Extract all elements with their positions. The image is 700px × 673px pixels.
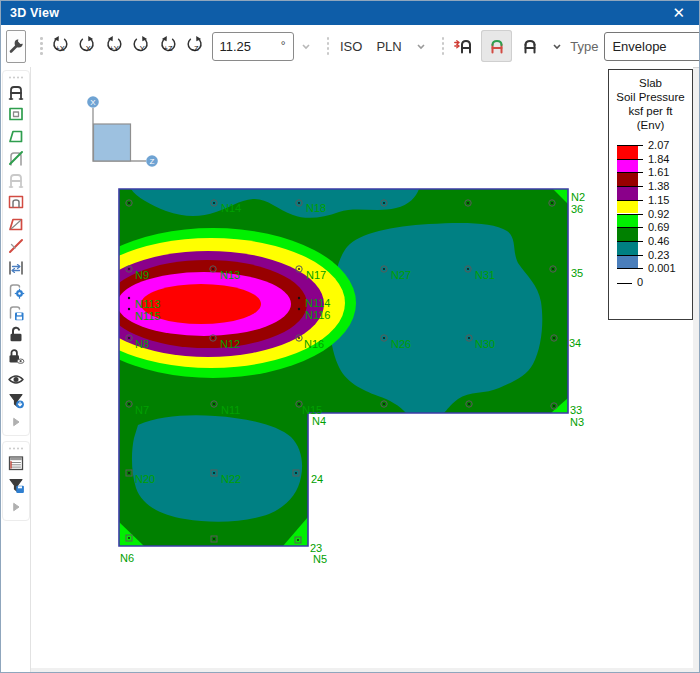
node-marker[interactable] bbox=[128, 297, 130, 299]
spreadsheet-icon[interactable] bbox=[5, 452, 27, 474]
node-label: N2 bbox=[571, 191, 585, 203]
angle-value: 11.25 bbox=[220, 39, 252, 54]
legend-value: 2.07 bbox=[648, 139, 669, 151]
node-marker[interactable] bbox=[298, 297, 300, 299]
node-label: N6 bbox=[120, 552, 134, 564]
axis-triad: X Z bbox=[87, 96, 158, 167]
expand-arrow-icon[interactable] bbox=[5, 496, 27, 518]
window-title: 3D View bbox=[10, 6, 59, 20]
degree-unit: ° bbox=[281, 39, 286, 53]
rotate-minus-z-button[interactable]: -Z bbox=[182, 31, 209, 61]
frame-plain-icon[interactable] bbox=[514, 30, 545, 62]
svg-text:-Y: -Y bbox=[137, 44, 145, 53]
expand-arrow-icon[interactable] bbox=[5, 411, 27, 433]
rotate-dropdown-button[interactable] bbox=[297, 35, 315, 57]
delete-diagonal-icon[interactable] bbox=[5, 235, 27, 257]
draw-wall-icon[interactable] bbox=[5, 125, 27, 147]
unlock-icon[interactable] bbox=[5, 323, 27, 345]
plan-view-button[interactable]: PLN bbox=[369, 35, 408, 58]
legend-swatch bbox=[617, 241, 638, 255]
node-label: N4 bbox=[312, 415, 326, 427]
draw-plate-icon[interactable] bbox=[5, 103, 27, 125]
rotate-minus-y-button[interactable]: -Y bbox=[128, 31, 155, 61]
legend-tick bbox=[617, 227, 643, 228]
view-preset-group: ISO PLN bbox=[322, 28, 433, 64]
legend-tick bbox=[617, 241, 643, 242]
legend-swatch bbox=[617, 172, 638, 186]
node-label: N31 bbox=[475, 269, 495, 281]
chevron-down-icon bbox=[301, 43, 311, 50]
legend-tick bbox=[617, 255, 643, 256]
iso-view-button[interactable]: ISO bbox=[333, 35, 369, 58]
legend-swatch bbox=[617, 159, 638, 173]
rotate-plusminus-y-button[interactable]: +Y bbox=[101, 31, 128, 61]
frame-save-icon[interactable] bbox=[5, 301, 27, 323]
legend-swatch bbox=[617, 255, 638, 269]
draw-member-icon[interactable] bbox=[5, 81, 27, 103]
node-label: N18 bbox=[306, 202, 326, 214]
legend-tick bbox=[617, 159, 643, 160]
model-canvas[interactable]: X Z bbox=[31, 67, 693, 668]
node-marker[interactable] bbox=[128, 308, 130, 310]
frame-loads-colored-icon[interactable] bbox=[481, 30, 512, 62]
node-label: N14 bbox=[221, 202, 241, 214]
filter-save-icon[interactable] bbox=[5, 474, 27, 496]
delete-member-icon[interactable] bbox=[5, 191, 27, 213]
node-label: N27 bbox=[391, 269, 411, 281]
display-dropdown-button[interactable] bbox=[548, 35, 566, 57]
legend-value: 1.84 bbox=[648, 153, 669, 165]
node-label: N115 bbox=[135, 310, 160, 322]
grip-icon[interactable] bbox=[5, 444, 27, 452]
legend-value: 0.92 bbox=[648, 208, 669, 220]
close-icon[interactable]: ✕ bbox=[668, 2, 690, 24]
grip-icon[interactable] bbox=[327, 37, 330, 55]
type-label: Type bbox=[570, 39, 598, 54]
node-label: 35 bbox=[571, 267, 583, 279]
rotate-minus-x-button[interactable]: -X bbox=[74, 31, 101, 61]
legend-tick bbox=[617, 214, 643, 215]
legend-scale: 2.071.841.611.381.150.920.690.460.230.00… bbox=[617, 145, 692, 311]
axis-z-label: Z bbox=[150, 157, 155, 166]
toolbar: +X-X+Y-Y+Z-Z 11.25 ° ISO PLN bbox=[1, 25, 699, 68]
legend-tick bbox=[617, 200, 643, 201]
node-label: 24 bbox=[311, 473, 323, 485]
display-toggle-buttons bbox=[448, 30, 545, 62]
titlebar: 3D View ✕ bbox=[1, 1, 699, 25]
rotate-buttons: +X-X+Y-Y+Z-Z bbox=[47, 31, 209, 61]
view-preset-dropdown-button[interactable] bbox=[412, 35, 430, 57]
legend-value: 0.46 bbox=[648, 235, 669, 247]
legend-swatch bbox=[617, 145, 638, 159]
contour-fills[interactable] bbox=[70, 189, 568, 546]
node-label: N13 bbox=[220, 269, 240, 281]
node-spacing-icon[interactable] bbox=[5, 257, 27, 279]
frame-loads-arrows-icon[interactable] bbox=[448, 30, 479, 62]
node-label: N16 bbox=[304, 338, 324, 350]
rotate-plusminus-x-button[interactable]: +X bbox=[47, 31, 74, 61]
node-label: N3 bbox=[570, 416, 584, 428]
legend-value: 1.61 bbox=[648, 166, 669, 178]
legend-swatch bbox=[617, 186, 638, 200]
view-settings-button[interactable] bbox=[6, 30, 26, 63]
contour-teal-leg bbox=[132, 415, 302, 521]
eye-icon[interactable] bbox=[5, 367, 27, 389]
member-disabled-icon[interactable] bbox=[5, 169, 27, 191]
svg-text:+Z: +Z bbox=[164, 44, 173, 53]
lock-view-icon[interactable] bbox=[5, 345, 27, 367]
frame-settings-icon[interactable] bbox=[5, 279, 27, 301]
node-marker[interactable] bbox=[298, 308, 300, 310]
result-type-value: Envelope bbox=[612, 39, 666, 54]
node-label: 33 bbox=[570, 404, 582, 416]
legend-value: 0.69 bbox=[648, 221, 669, 233]
draw-diagonal-icon[interactable] bbox=[5, 147, 27, 169]
delete-plate-icon[interactable] bbox=[5, 213, 27, 235]
node-label: N5 bbox=[313, 553, 327, 565]
grip-icon[interactable] bbox=[5, 73, 27, 81]
filter-apply-icon[interactable] bbox=[5, 389, 27, 411]
grip-icon[interactable] bbox=[40, 37, 43, 55]
grip-icon[interactable] bbox=[442, 37, 445, 55]
legend-tick bbox=[617, 172, 643, 173]
rotate-plusminus-z-button[interactable]: +Z bbox=[155, 31, 182, 61]
result-type-select[interactable]: Envelope bbox=[604, 32, 700, 61]
rotate-angle-input[interactable]: 11.25 ° bbox=[212, 32, 294, 61]
wrench-icon bbox=[7, 37, 25, 55]
